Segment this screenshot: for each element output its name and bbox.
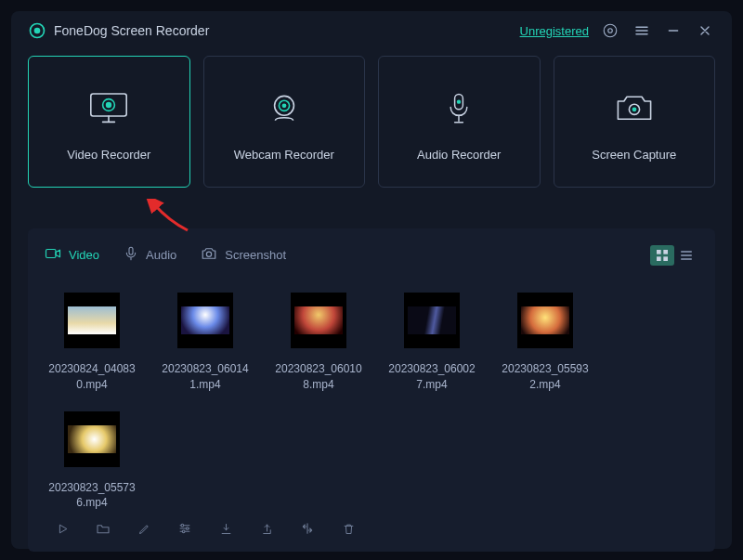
svg-rect-15	[129, 247, 133, 254]
library-tabs: Video Audio Screenshot	[45, 241, 698, 268]
tab-label: Audio	[146, 248, 176, 262]
svg-point-1	[34, 28, 41, 34]
tab-video[interactable]: Video	[45, 241, 99, 268]
menu-icon[interactable]	[632, 20, 652, 41]
library-panel: Video Audio Screenshot	[28, 228, 715, 552]
microphone-icon	[437, 90, 481, 127]
svg-point-13	[632, 107, 636, 111]
play-button[interactable]	[52, 518, 72, 539]
app-title: FoneDog Screen Recorder	[54, 23, 209, 38]
svg-point-3	[608, 29, 613, 33]
thumbnail	[64, 411, 120, 467]
svg-rect-18	[663, 250, 668, 254]
svg-point-11	[457, 99, 461, 103]
share-button[interactable]	[256, 518, 277, 539]
app-logo: FoneDog Screen Recorder	[28, 21, 209, 40]
svg-rect-17	[657, 250, 661, 254]
titlebar-actions: Unregistered	[520, 20, 715, 41]
delete-button[interactable]	[338, 518, 358, 539]
item-filename: 20230823_060108.mp4	[271, 361, 366, 393]
library-toolbar	[45, 511, 698, 542]
item-filename: 20230823_060027.mp4	[385, 361, 479, 393]
items-grid: 20230824_040830.mp4 20230823_060141.mp4 …	[45, 268, 698, 511]
svg-point-21	[181, 525, 184, 527]
recording-item[interactable]: 20230823_055932.mp4	[498, 293, 593, 393]
item-filename: 20230823_055736.mp4	[45, 480, 139, 512]
svg-point-2	[604, 24, 617, 37]
mode-grid: Video Recorder Webcam Recorder	[11, 48, 732, 188]
download-button[interactable]	[215, 518, 236, 539]
thumbnail	[64, 293, 120, 348]
item-filename: 20230823_060141.mp4	[158, 361, 253, 393]
thumbnail	[291, 293, 346, 348]
close-icon[interactable]	[695, 20, 715, 41]
thumbnail	[517, 293, 573, 348]
tab-label: Video	[69, 248, 99, 262]
view-controls	[650, 245, 698, 266]
webcam-icon	[262, 90, 306, 127]
monitor-record-icon	[86, 90, 131, 127]
folder-button[interactable]	[93, 518, 113, 539]
adjust-button[interactable]	[175, 518, 195, 539]
mode-label: Audio Recorder	[417, 148, 501, 162]
recording-item[interactable]: 20230823_055736.mp4	[45, 411, 139, 512]
mode-screen-capture[interactable]: Screen Capture	[554, 56, 716, 188]
svg-rect-19	[657, 256, 661, 261]
thumbnail	[404, 293, 460, 348]
svg-rect-14	[46, 250, 57, 258]
register-link[interactable]: Unregistered	[520, 24, 589, 38]
mode-label: Screen Capture	[592, 148, 676, 162]
svg-point-16	[207, 252, 212, 256]
recording-item[interactable]: 20230824_040830.mp4	[45, 293, 139, 393]
titlebar: FoneDog Screen Recorder Unregistered	[11, 11, 732, 48]
svg-point-23	[182, 530, 185, 533]
tab-audio[interactable]: Audio	[124, 242, 176, 267]
app-window: FoneDog Screen Recorder Unregistered	[11, 11, 732, 549]
svg-rect-20	[663, 256, 668, 261]
item-filename: 20230823_055932.mp4	[498, 361, 593, 393]
svg-point-9	[281, 103, 286, 108]
settings-icon[interactable]	[600, 20, 620, 41]
recording-item[interactable]: 20230823_060141.mp4	[158, 293, 253, 393]
thumbnail	[177, 293, 233, 348]
camera-icon	[201, 245, 217, 265]
tab-label: Screenshot	[225, 248, 286, 262]
video-icon	[45, 245, 61, 265]
list-view-button[interactable]	[674, 245, 698, 266]
mode-webcam-recorder[interactable]: Webcam Recorder	[203, 56, 366, 188]
item-filename: 20230824_040830.mp4	[45, 361, 139, 393]
microphone-icon	[124, 246, 138, 264]
mode-audio-recorder[interactable]: Audio Recorder	[378, 56, 541, 188]
svg-point-6	[106, 101, 111, 107]
tab-screenshot[interactable]: Screenshot	[201, 241, 286, 268]
mode-label: Video Recorder	[67, 148, 150, 162]
edit-button[interactable]	[134, 518, 154, 539]
camera-icon	[612, 90, 657, 127]
recording-item[interactable]: 20230823_060027.mp4	[385, 293, 479, 393]
grid-view-button[interactable]	[650, 245, 674, 266]
mode-video-recorder[interactable]: Video Recorder	[28, 56, 190, 188]
convert-button[interactable]	[297, 518, 318, 539]
mode-label: Webcam Recorder	[234, 148, 334, 162]
app-logo-icon	[28, 21, 46, 40]
recording-item[interactable]: 20230823_060108.mp4	[271, 293, 366, 393]
svg-point-22	[186, 527, 189, 530]
minimize-icon[interactable]	[663, 20, 684, 41]
